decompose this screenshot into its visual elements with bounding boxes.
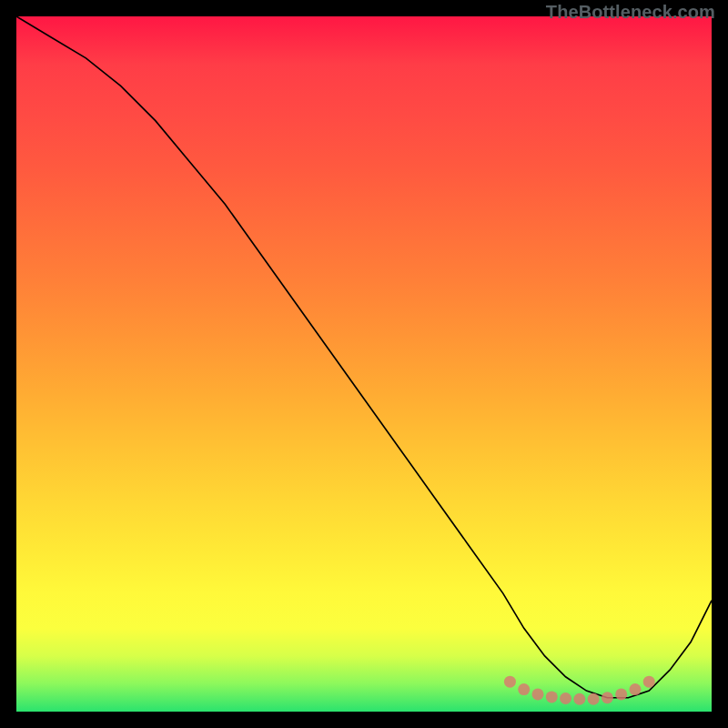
sweet-spot-dot [643, 676, 655, 688]
sweet-spot-dot [615, 688, 627, 700]
sweet-spot-dot [602, 692, 613, 703]
sweet-spot-dot [588, 693, 600, 705]
sweet-spot-dot [629, 683, 641, 695]
watermark-text: TheBottleneck.com [546, 2, 715, 23]
sweet-spot-markers [504, 676, 655, 705]
sweet-spot-dot [504, 676, 516, 688]
chart-frame: TheBottleneck.com [0, 0, 728, 728]
sweet-spot-dot [532, 688, 544, 700]
sweet-spot-dot [560, 693, 571, 704]
sweet-spot-dot [518, 683, 530, 695]
sweet-spot-dot [546, 691, 558, 703]
sweet-spot-dot [573, 693, 585, 705]
bottleneck-curve [16, 16, 712, 698]
curve-layer [16, 16, 712, 712]
